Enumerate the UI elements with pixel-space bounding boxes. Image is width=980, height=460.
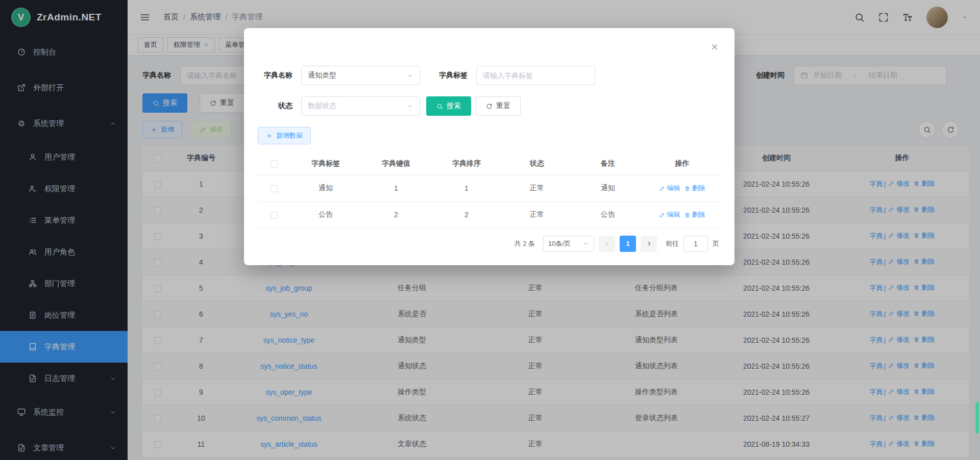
plus-icon bbox=[266, 133, 273, 139]
header-value: 字典键值 bbox=[361, 152, 431, 175]
row-checkbox[interactable] bbox=[271, 185, 278, 192]
trash-icon bbox=[684, 186, 690, 191]
pagination: 共 2 条 10条/页 1 前往 页 bbox=[244, 236, 719, 252]
dict-data-table: 字典标签 字典键值 字典排序 状态 备注 操作 通知 1 1 正常 通知 编辑删… bbox=[258, 152, 721, 228]
chevron-down-icon bbox=[582, 240, 589, 247]
goto-page-input[interactable] bbox=[683, 236, 708, 252]
cell-remark: 通知 bbox=[572, 175, 644, 201]
dict-label-input[interactable] bbox=[476, 66, 595, 85]
select-all-checkbox[interactable] bbox=[271, 161, 278, 168]
header-label: 字典标签 bbox=[290, 152, 361, 175]
next-page-button[interactable] bbox=[641, 236, 657, 252]
modal-dict-name-label: 字典名称 bbox=[258, 71, 292, 80]
cell-sort: 1 bbox=[431, 175, 502, 201]
modal-filter-row-2: 状态 数据状态 搜索 重置 bbox=[258, 96, 734, 116]
cell-value: 2 bbox=[361, 201, 431, 228]
pencil-icon bbox=[659, 186, 665, 191]
row-checkbox[interactable] bbox=[271, 212, 278, 219]
page-size-select[interactable]: 10条/页 bbox=[543, 236, 594, 252]
trash-icon bbox=[684, 212, 690, 218]
search-icon bbox=[436, 103, 443, 110]
page-number-button[interactable]: 1 bbox=[620, 236, 636, 252]
modal-reset-button[interactable]: 重置 bbox=[476, 96, 521, 116]
app-root: V ZrAdmin.NET 控制台 外部打开 系统管理 用户管理 bbox=[0, 0, 980, 460]
cell-value: 1 bbox=[361, 175, 431, 201]
cell-remark: 公告 bbox=[572, 201, 644, 228]
pencil-icon bbox=[659, 212, 665, 218]
edit-link[interactable]: 编辑 bbox=[659, 184, 680, 193]
dict-name-select-value: 通知类型 bbox=[308, 71, 336, 80]
delete-link[interactable]: 删除 bbox=[684, 210, 705, 219]
header-sort: 字典排序 bbox=[431, 152, 502, 175]
goto-label: 前往 bbox=[666, 239, 679, 248]
status-select[interactable]: 数据状态 bbox=[301, 96, 420, 116]
close-icon[interactable] bbox=[710, 42, 719, 52]
cell-status: 正常 bbox=[502, 201, 572, 228]
delete-link[interactable]: 删除 bbox=[684, 184, 705, 193]
cell-label: 通知 bbox=[290, 175, 361, 201]
cell-label: 公告 bbox=[290, 201, 361, 228]
header-status: 状态 bbox=[502, 152, 572, 175]
table-header-row: 字典标签 字典键值 字典排序 状态 备注 操作 bbox=[258, 152, 721, 175]
add-dict-data-button[interactable]: 新增数据 bbox=[258, 127, 311, 144]
refresh-icon bbox=[486, 103, 493, 110]
chevron-down-icon bbox=[407, 72, 413, 79]
cell-sort: 2 bbox=[431, 201, 502, 228]
modal-status-label: 状态 bbox=[258, 101, 292, 111]
pagination-total: 共 2 条 bbox=[514, 239, 535, 248]
dict-name-select[interactable]: 通知类型 bbox=[301, 66, 420, 85]
table-row: 公告 2 2 正常 公告 编辑删除 bbox=[258, 201, 721, 228]
page-size-value: 10条/页 bbox=[548, 239, 571, 248]
header-remark: 备注 bbox=[572, 152, 644, 175]
chevron-down-icon bbox=[407, 103, 413, 110]
header-ops: 操作 bbox=[644, 152, 721, 175]
goto-suffix-label: 页 bbox=[713, 239, 719, 248]
modal-dict-label-label: 字典标签 bbox=[433, 71, 468, 80]
edit-link[interactable]: 编辑 bbox=[659, 210, 680, 219]
chevron-right-icon bbox=[646, 240, 652, 247]
scrollbar-thumb[interactable] bbox=[975, 402, 979, 433]
dict-data-dialog: 字典名称 通知类型 字典标签 状态 数据状态 搜索 重置 bbox=[244, 28, 734, 265]
table-row: 通知 1 1 正常 通知 编辑删除 bbox=[258, 175, 721, 201]
status-select-placeholder: 数据状态 bbox=[308, 101, 336, 111]
chevron-left-icon bbox=[604, 240, 610, 247]
cell-status: 正常 bbox=[502, 175, 572, 201]
modal-filter-row-1: 字典名称 通知类型 字典标签 bbox=[258, 66, 734, 85]
modal-search-button[interactable]: 搜索 bbox=[426, 96, 471, 116]
prev-page-button[interactable] bbox=[599, 236, 615, 252]
